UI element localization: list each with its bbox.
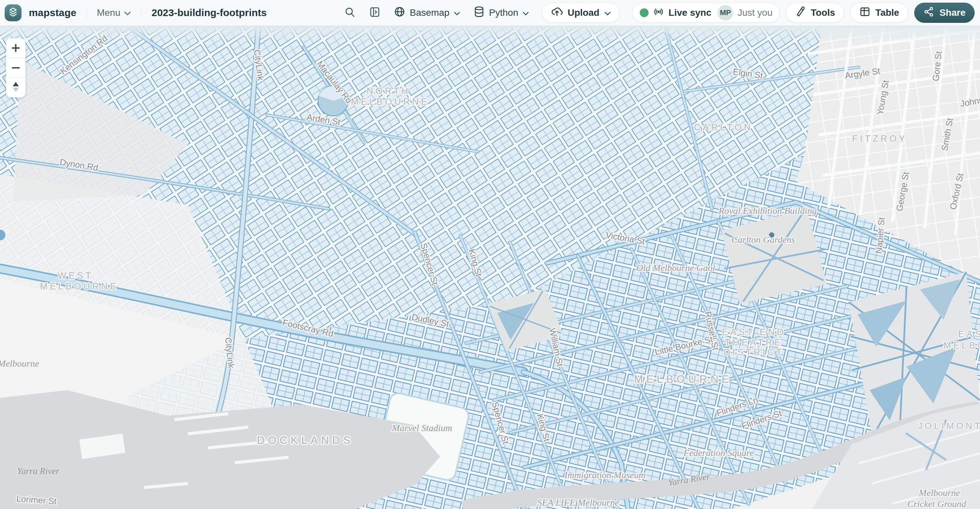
share-label: Share [939,7,966,18]
search-button[interactable] [344,6,356,19]
basemap-label: Basemap [410,7,449,18]
map-label: Melbourne [919,488,960,498]
live-sync-pill[interactable]: Live sync MP Just you [632,3,780,23]
chevron-down-icon [453,7,460,18]
compass-button[interactable] [6,78,25,97]
map-label: Old Melbourne Gaol [636,263,715,273]
zoom-out-button[interactable] [6,58,25,78]
map-label: Carlton Gardens [732,235,795,245]
app-logo[interactable] [5,4,21,21]
topbar: mapstage Menu 2023-building-footprints B [0,0,980,26]
panel-toggle-button[interactable] [369,6,381,19]
share-icon [923,6,935,20]
map-label: Immigration Museum [564,470,646,480]
python-dropdown[interactable]: Python [473,6,529,20]
database-icon [473,6,485,20]
topbar-right: Live sync MP Just you Tools Table Share [624,3,980,23]
upload-cloud-icon [551,6,563,20]
app-name: mapstage [29,7,76,19]
map-controls [6,38,25,97]
broadcast-icon [653,6,664,20]
map-label: EAST END [722,327,786,337]
map-label: MELBOURNE [351,97,430,107]
table-label: Table [875,7,899,18]
map-label: THEATRE [725,337,783,348]
tools-button[interactable]: Tools [786,3,845,23]
topbar-center: Basemap Python Upload [344,3,620,23]
topbar-left: mapstage Menu 2023-building-footprints [0,4,267,21]
search-icon [344,6,356,19]
map-label: CARLTON [694,122,753,132]
table-icon [859,6,871,20]
compass-icon [12,81,20,94]
chevron-down-icon [604,7,611,18]
share-button[interactable]: Share [914,3,975,23]
document-title[interactable]: 2023-building-footprints [152,7,267,19]
zoom-in-button[interactable] [6,38,25,58]
map-top-fade [0,26,980,41]
side-panel-icon [369,6,381,19]
map-label: JOLIMONT [918,421,980,431]
map-label: WEST [58,271,93,281]
map-label: Royal Exhibition Building [718,206,817,216]
map-label: SEA LIFE Melbourne [537,497,619,507]
chevron-down-icon [124,7,131,18]
map-label: Yarra River [17,466,59,476]
basemap-dropdown[interactable]: Basemap [393,6,460,20]
upload-button[interactable]: Upload [542,3,620,23]
map-label: FITZROY [852,134,908,144]
menu-label: Menu [97,7,121,18]
globe-icon [393,6,406,20]
presence-label: Just you [737,7,772,18]
map-label: NORTH [367,86,410,96]
live-sync-label: Live sync [669,7,711,18]
map-label: DISTRICT [724,347,784,357]
layers-icon [8,7,19,19]
map-canvas[interactable]: Kensington RdCityLinkMacaulay RdNORTHMEL… [0,0,980,509]
chevron-down-icon [522,7,529,18]
tools-label: Tools [811,7,835,18]
map-label: MELBOU [943,340,980,351]
divider [141,6,142,19]
map-label: Melbourne [0,358,39,369]
map-label: MELBOURNE [634,373,732,385]
map-label: EAST [958,329,980,339]
map-label: MELBOURNE [40,281,118,292]
table-button[interactable]: Table [850,3,908,23]
map-label: Federation Square [683,448,754,458]
live-status-dot [640,8,649,17]
upload-label: Upload [568,7,600,18]
avatar[interactable]: MP [718,5,733,21]
python-label: Python [489,7,519,18]
map-label: DOCKLANDS [257,434,354,446]
menu-button[interactable]: Menu [97,7,131,18]
pencil-icon [795,6,806,20]
map-label: Marvel Stadium [391,423,452,433]
map-label: Cricket Ground [907,499,966,509]
